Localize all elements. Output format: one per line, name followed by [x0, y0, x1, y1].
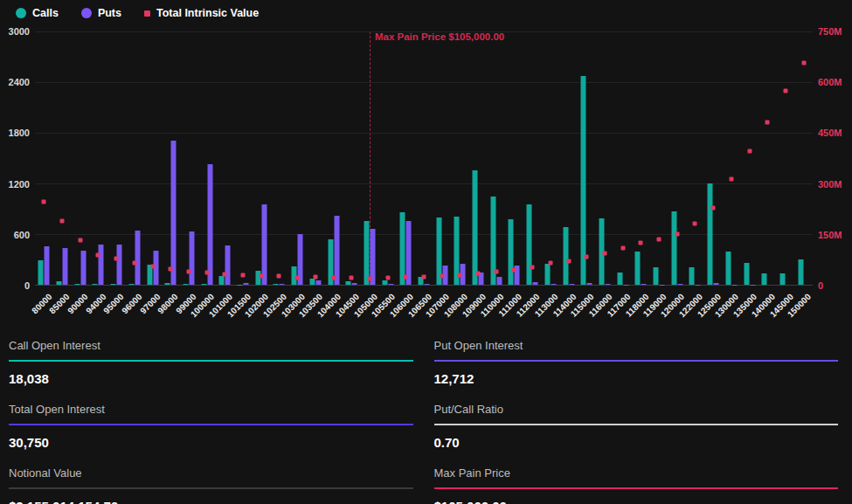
- total-intrinsic-value-dot[interactable]: [548, 261, 552, 266]
- put-bar[interactable]: [189, 231, 194, 285]
- put-bar[interactable]: [207, 164, 212, 285]
- total-intrinsic-value-dot[interactable]: [421, 274, 426, 279]
- call-bar[interactable]: [689, 267, 695, 285]
- put-bar[interactable]: [388, 284, 393, 285]
- total-intrinsic-value-dot[interactable]: [404, 275, 408, 280]
- call-bar[interactable]: [128, 284, 134, 285]
- put-bar[interactable]: [641, 284, 647, 285]
- call-bar[interactable]: [74, 284, 80, 285]
- put-bar[interactable]: [424, 284, 429, 285]
- call-bar[interactable]: [635, 252, 641, 285]
- call-bar[interactable]: [201, 284, 206, 285]
- put-bar[interactable]: [244, 283, 249, 285]
- total-intrinsic-value-dot[interactable]: [711, 206, 716, 211]
- total-intrinsic-value-dot[interactable]: [693, 221, 697, 225]
- total-intrinsic-value-dot[interactable]: [801, 60, 806, 65]
- total-intrinsic-value-dot[interactable]: [96, 253, 100, 258]
- legend-item-total-intrinsic-value[interactable]: Total Intrinsic Value: [144, 7, 259, 19]
- total-intrinsic-value-dot[interactable]: [657, 237, 662, 241]
- call-bar[interactable]: [779, 273, 785, 285]
- put-bar[interactable]: [677, 284, 682, 285]
- total-intrinsic-value-dot[interactable]: [476, 272, 481, 276]
- put-bar[interactable]: [225, 245, 231, 285]
- call-bar[interactable]: [274, 284, 279, 285]
- total-intrinsic-value-dot[interactable]: [186, 269, 190, 273]
- call-bar[interactable]: [165, 283, 170, 285]
- call-bar[interactable]: [744, 263, 749, 285]
- put-bar[interactable]: [352, 283, 357, 285]
- call-bar[interactable]: [57, 281, 62, 285]
- total-intrinsic-value-dot[interactable]: [585, 255, 589, 259]
- put-bar[interactable]: [45, 246, 50, 285]
- put-bar[interactable]: [551, 284, 556, 285]
- total-intrinsic-value-dot[interactable]: [675, 231, 679, 236]
- call-bar[interactable]: [309, 279, 315, 285]
- put-bar[interactable]: [315, 280, 321, 285]
- total-intrinsic-value-dot[interactable]: [241, 273, 246, 278]
- total-intrinsic-value-dot[interactable]: [78, 238, 82, 243]
- call-bar[interactable]: [509, 219, 514, 285]
- total-intrinsic-value-dot[interactable]: [494, 269, 498, 273]
- call-bar[interactable]: [93, 284, 98, 285]
- total-intrinsic-value-dot[interactable]: [259, 273, 263, 278]
- call-bar[interactable]: [364, 221, 369, 285]
- total-intrinsic-value-dot[interactable]: [367, 276, 371, 280]
- call-bar[interactable]: [617, 273, 622, 285]
- total-intrinsic-value-dot[interactable]: [729, 176, 733, 181]
- total-intrinsic-value-dot[interactable]: [114, 257, 119, 261]
- total-intrinsic-value-dot[interactable]: [204, 271, 209, 275]
- total-intrinsic-value-dot[interactable]: [150, 264, 155, 268]
- put-bar[interactable]: [533, 282, 538, 285]
- call-bar[interactable]: [671, 211, 676, 285]
- call-bar[interactable]: [111, 284, 116, 285]
- total-intrinsic-value-dot[interactable]: [277, 274, 281, 279]
- call-bar[interactable]: [563, 227, 568, 285]
- total-intrinsic-value-dot[interactable]: [42, 199, 46, 204]
- total-intrinsic-value-dot[interactable]: [132, 261, 136, 266]
- total-intrinsic-value-dot[interactable]: [620, 246, 625, 251]
- call-bar[interactable]: [346, 281, 351, 285]
- total-intrinsic-value-dot[interactable]: [295, 275, 300, 280]
- total-intrinsic-value-dot[interactable]: [458, 273, 462, 277]
- call-bar[interactable]: [581, 76, 586, 285]
- call-bar[interactable]: [708, 183, 713, 285]
- put-bar[interactable]: [605, 284, 610, 285]
- legend-item-puts[interactable]: Puts: [81, 7, 121, 19]
- call-bar[interactable]: [219, 276, 225, 285]
- call-bar[interactable]: [473, 170, 478, 285]
- total-intrinsic-value-dot[interactable]: [331, 275, 336, 280]
- call-bar[interactable]: [400, 212, 405, 285]
- total-intrinsic-value-dot[interactable]: [60, 219, 65, 224]
- put-bar[interactable]: [117, 245, 122, 285]
- call-bar[interactable]: [382, 280, 387, 285]
- put-bar[interactable]: [63, 248, 68, 285]
- put-bar[interactable]: [587, 283, 592, 285]
- put-bar[interactable]: [569, 284, 574, 285]
- call-bar[interactable]: [654, 267, 659, 285]
- call-bar[interactable]: [183, 284, 188, 285]
- legend-item-calls[interactable]: Calls: [16, 7, 59, 19]
- put-bar[interactable]: [496, 277, 502, 285]
- total-intrinsic-value-dot[interactable]: [223, 272, 227, 276]
- total-intrinsic-value-dot[interactable]: [530, 266, 535, 270]
- total-intrinsic-value-dot[interactable]: [169, 267, 173, 272]
- call-bar[interactable]: [762, 273, 767, 285]
- put-bar[interactable]: [171, 141, 177, 285]
- put-bar[interactable]: [714, 283, 719, 285]
- total-intrinsic-value-dot[interactable]: [747, 148, 752, 153]
- put-bar[interactable]: [261, 204, 267, 285]
- call-bar[interactable]: [38, 260, 44, 285]
- put-bar[interactable]: [135, 231, 140, 285]
- total-intrinsic-value-dot[interactable]: [765, 121, 770, 125]
- call-bar[interactable]: [725, 252, 731, 285]
- put-bar[interactable]: [99, 245, 104, 285]
- total-intrinsic-value-dot[interactable]: [783, 89, 787, 93]
- total-intrinsic-value-dot[interactable]: [313, 275, 317, 280]
- total-intrinsic-value-dot[interactable]: [602, 251, 606, 255]
- put-bar[interactable]: [80, 251, 86, 285]
- total-intrinsic-value-dot[interactable]: [566, 259, 571, 263]
- total-intrinsic-value-dot[interactable]: [440, 273, 444, 278]
- total-intrinsic-value-dot[interactable]: [385, 275, 390, 280]
- total-intrinsic-value-dot[interactable]: [512, 268, 516, 273]
- total-intrinsic-value-dot[interactable]: [350, 275, 354, 280]
